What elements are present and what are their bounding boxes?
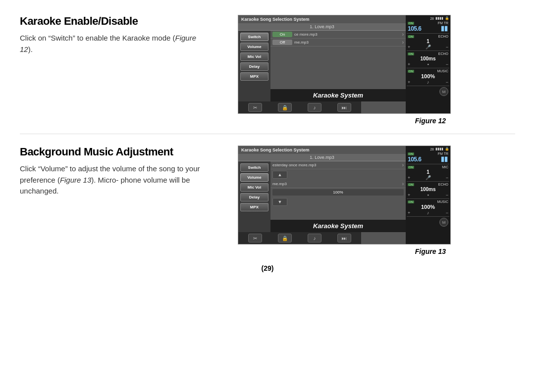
status-on-1: On xyxy=(272,32,292,37)
nav-next-1[interactable]: ⏭ xyxy=(337,103,351,112)
music-value-2: 100% xyxy=(408,204,448,210)
volume-controls-2: ▲ xyxy=(270,169,406,180)
nav-next-2[interactable]: ⏭ xyxy=(337,234,351,243)
vol-down-btn[interactable]: ▼ xyxy=(272,198,287,206)
mic-value-1: 1 xyxy=(408,39,448,44)
section1-title: Karaoke Enable/Disable xyxy=(20,15,228,28)
echo-section-2: ON ECHO 100ms + ▪ − xyxy=(407,182,449,199)
on-label-mic-2: ON xyxy=(408,166,414,169)
screen-header-2: Karaoke Song Selection System xyxy=(238,146,406,154)
mic-vol-value-2: 100% xyxy=(272,189,404,196)
fm-bars-2: ▊▊ xyxy=(441,157,448,162)
song-arrow-1b: › xyxy=(402,40,404,45)
volume-btn-1[interactable]: Volume xyxy=(240,43,268,51)
fm-freq-1: 105.6 xyxy=(408,25,422,32)
nav-scissors-1[interactable]: ✂ xyxy=(248,103,262,112)
nav-music-2[interactable]: ♪ xyxy=(308,234,321,243)
delay-btn-2[interactable]: Delay xyxy=(240,193,268,201)
button-column-2: Switch Volume Mic Vol Delay MPX xyxy=(238,161,270,244)
switch-btn-1[interactable]: Switch xyxy=(240,33,268,41)
top-status-1: 28 ▮▮▮▮ 🔒 xyxy=(407,16,449,20)
mic-section-1: ON ECHO 1 + 🎤 − xyxy=(407,34,449,51)
battery-icon-1: ▮▮▮▮ xyxy=(435,16,443,20)
button-column-1: Switch Volume Mic Vol Delay MPX xyxy=(238,31,270,113)
mic-vol-btn-2[interactable]: Mic Vol xyxy=(240,183,268,192)
on-label-fm-1: ON xyxy=(408,22,414,25)
song-name-2b: me.mp3 xyxy=(272,182,287,186)
right-panel-1: 28 ▮▮▮▮ 🔒 ON FM TR 105.6 ▊▊ xyxy=(406,15,450,113)
music-plus-minus-2: + ♪ − xyxy=(408,210,448,215)
song-title-2: 1. Love.mp3 xyxy=(238,154,406,161)
music-label-2: MUSIC xyxy=(437,200,448,203)
fm-bars-1: ▊▊ xyxy=(441,26,448,31)
song-name-1a: ce more.mp3 xyxy=(294,32,318,37)
mic-label-2: MIC xyxy=(442,165,448,169)
echo-label-1: ECHO xyxy=(438,52,448,55)
nav-folder-1[interactable]: 🔒 xyxy=(278,103,292,112)
song-item-2a: esterday once more.mp3 › xyxy=(270,161,406,169)
m-button-2[interactable]: M xyxy=(439,218,448,227)
vol-down-area: ▼ xyxy=(270,196,406,207)
screen-header-1: Karaoke Song Selection System xyxy=(238,15,406,23)
section2-desc: Click “Volume” to adjust the volume of t… xyxy=(20,163,208,197)
echo-value-1: 100ms xyxy=(408,56,448,61)
battery-icon-2: ▮▮▮▮ xyxy=(435,147,443,151)
lock-icon-2: 🔒 xyxy=(445,147,449,151)
section-divider xyxy=(20,134,515,134)
fm-section-2: ON FM TR 105.6 ▊▊ xyxy=(407,151,449,164)
fm-label-2: FM TR xyxy=(438,152,448,155)
music-value-1: 100% xyxy=(408,73,448,79)
status-off-1: Off xyxy=(272,40,292,45)
mic-plus-minus-1: + 🎤 − xyxy=(408,45,448,49)
mic-vol-btn-1[interactable]: Mic Vol xyxy=(240,52,268,61)
top-status-2: 28 ▮▮▮▮ 🔒 xyxy=(407,147,449,151)
echo-section-1: ON ECHO 100ms + ▪ − xyxy=(407,51,449,68)
figure13-screenshot: Karaoke Song Selection System 1. Love.mp… xyxy=(238,146,451,245)
vol-up-btn[interactable]: ▲ xyxy=(272,171,287,179)
echo-plus-minus-1: + ▪ − xyxy=(408,62,448,67)
on-label-echo-1: ON xyxy=(408,52,414,55)
song-name-1b: me.mp3 xyxy=(294,40,309,45)
on-label-fm-2: ON xyxy=(408,152,414,155)
on-label-echo-2: ON xyxy=(408,183,414,186)
on-label-mic-1: ON xyxy=(408,35,414,38)
mic-section-2: ON MIC 1 + 🎤 − xyxy=(407,164,449,182)
karaoke-system-label-1: Karaoke System xyxy=(270,89,406,101)
right-panel-2: 28 ▮▮▮▮ 🔒 ON FM TR 105.6 ▊▊ xyxy=(406,146,450,244)
mpx-btn-2[interactable]: MPX xyxy=(240,203,268,211)
fm-freq-2: 105.6 xyxy=(408,156,422,163)
nav-folder-2[interactable]: 🔒 xyxy=(278,234,292,243)
bottom-nav-1: ✂ 🔒 ♪ ⏭ xyxy=(238,101,361,113)
signal-num-1: 28 xyxy=(430,17,434,20)
song-name-2a: esterday once more.mp3 xyxy=(272,163,317,167)
karaoke-system-label-2: Karaoke System xyxy=(270,220,406,232)
figure12-label: Figure 12 xyxy=(415,117,451,125)
mic-vol-display-2: 100% xyxy=(270,188,406,196)
on-label-music-1: ON xyxy=(408,70,414,73)
fm-label-1: FM TR xyxy=(438,21,448,25)
volume-btn-2[interactable]: Volume xyxy=(240,173,268,182)
m-button-1[interactable]: M xyxy=(439,87,448,96)
delay-btn-1[interactable]: Delay xyxy=(240,62,268,71)
nav-scissors-2[interactable]: ✂ xyxy=(248,234,262,243)
echo-label-2: ECHO xyxy=(438,183,448,186)
signal-num-2: 28 xyxy=(430,147,434,151)
music-label-1: MUSIC xyxy=(437,69,448,73)
music-section-1: ON MUSIC 100% + ♪ − xyxy=(407,68,449,86)
m-button-area-1: M xyxy=(407,86,449,97)
echo-plus-minus-2: + ▪ − xyxy=(408,193,448,197)
m-button-area-2: M xyxy=(407,217,449,228)
song-arrow-2a: › xyxy=(402,162,404,168)
bottom-nav-2: ✂ 🔒 ♪ ⏭ xyxy=(238,232,361,244)
echo-value-2: 100ms xyxy=(408,187,448,192)
song-title-1: 1. Love.mp3 xyxy=(238,23,406,31)
page-number: (29) xyxy=(20,264,515,272)
nav-music-1[interactable]: ♪ xyxy=(308,103,321,112)
switch-btn-2[interactable]: Switch xyxy=(240,163,268,172)
mpx-btn-1[interactable]: MPX xyxy=(240,72,268,81)
mic-value-2: 1 xyxy=(408,169,448,175)
on-label-music-2: ON xyxy=(408,200,414,203)
song-item-2b: me.mp3 › xyxy=(270,180,406,188)
mic-plus-minus-2: + 🎤 − xyxy=(408,175,448,180)
section2-title: Background Music Adjustment xyxy=(20,146,228,158)
